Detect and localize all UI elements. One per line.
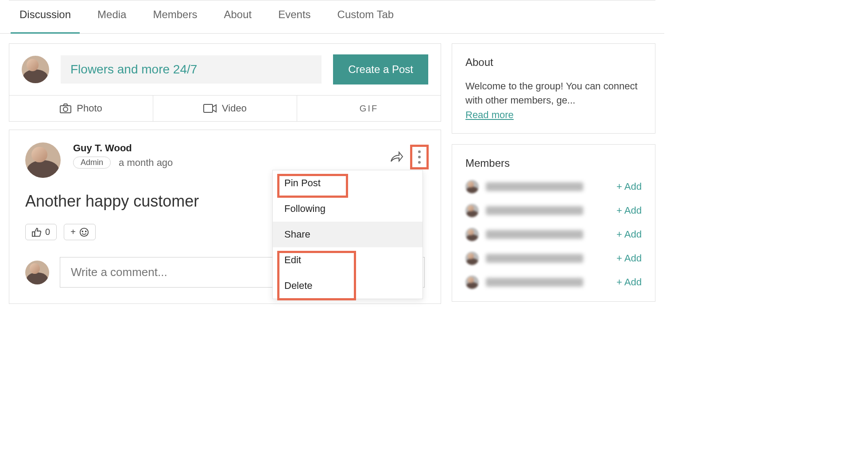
post-author-name[interactable]: Guy T. Wood [73, 142, 173, 154]
camera-icon [60, 104, 71, 113]
menu-following[interactable]: Following [273, 196, 422, 222]
current-user-avatar[interactable] [22, 56, 49, 83]
admin-badge: Admin [73, 157, 111, 169]
like-button[interactable]: 0 [25, 224, 57, 240]
post-timestamp: a month ago [119, 157, 173, 169]
member-row: + Add [465, 228, 642, 241]
tab-media[interactable]: Media [97, 8, 126, 27]
svg-rect-2 [204, 104, 213, 112]
member-avatar[interactable] [465, 204, 479, 217]
member-avatar[interactable] [465, 252, 479, 265]
tab-events[interactable]: Events [278, 8, 310, 27]
add-reaction-button[interactable]: + [64, 224, 96, 240]
gif-icon: GIF [360, 104, 378, 114]
post-author-avatar[interactable] [25, 142, 61, 178]
thumbs-up-icon [32, 227, 42, 237]
member-name-blurred [486, 182, 583, 191]
svg-point-6 [85, 231, 86, 232]
tabs-bar: Discussion Media Members About Events Cu… [0, 1, 664, 34]
create-post-button[interactable]: Create a Post [333, 54, 428, 84]
video-icon [203, 104, 217, 113]
tab-custom[interactable]: Custom Tab [337, 8, 394, 27]
compose-input[interactable] [61, 55, 322, 84]
member-avatar[interactable] [465, 180, 479, 193]
svg-point-4 [80, 228, 88, 236]
read-more-link[interactable]: Read more [465, 109, 514, 121]
menu-pin-post[interactable]: Pin Post [273, 170, 422, 196]
member-name-blurred [486, 278, 583, 287]
member-avatar[interactable] [465, 276, 479, 289]
about-text: Welcome to the group! You can connect wi… [465, 79, 642, 107]
members-card: Members + Add + Add + Add + Add + Add [452, 144, 655, 302]
member-row: + Add [465, 252, 642, 265]
plus-icon: + [70, 227, 76, 237]
add-member-link[interactable]: + Add [616, 229, 642, 240]
add-member-link[interactable]: + Add [616, 205, 642, 216]
like-count: 0 [45, 227, 50, 237]
about-title: About [465, 56, 642, 69]
members-title: Members [465, 157, 642, 169]
compose-photo-label: Photo [77, 103, 102, 114]
tab-about[interactable]: About [224, 8, 252, 27]
svg-point-1 [63, 107, 68, 111]
menu-edit[interactable]: Edit [273, 247, 422, 273]
add-member-link[interactable]: + Add [616, 253, 642, 264]
compose-video-label: Video [222, 103, 247, 114]
post-card: Guy T. Wood Admin a month ago [9, 130, 441, 304]
compose-card: Create a Post Photo [9, 43, 441, 122]
compose-option-video[interactable]: Video [153, 96, 297, 121]
add-member-link[interactable]: + Add [616, 181, 642, 192]
share-icon[interactable] [389, 150, 403, 164]
member-name-blurred [486, 206, 583, 215]
menu-delete[interactable]: Delete [273, 273, 422, 299]
member-row: + Add [465, 180, 642, 193]
compose-option-photo[interactable]: Photo [9, 96, 153, 121]
member-name-blurred [486, 230, 583, 239]
comment-avatar[interactable] [25, 261, 49, 284]
member-row: + Add [465, 276, 642, 289]
svg-point-5 [82, 231, 83, 232]
smiley-icon [79, 227, 89, 237]
post-options-dropdown: Pin Post Following Share Edit Delete [272, 170, 423, 299]
add-member-link[interactable]: + Add [616, 276, 642, 288]
tab-discussion[interactable]: Discussion [19, 8, 71, 27]
compose-option-gif[interactable]: GIF [297, 96, 441, 121]
more-options-button[interactable] [411, 146, 427, 168]
member-name-blurred [486, 254, 583, 263]
member-avatar[interactable] [465, 228, 479, 241]
svg-rect-3 [32, 232, 35, 236]
member-row: + Add [465, 204, 642, 217]
about-card: About Welcome to the group! You can conn… [452, 43, 655, 134]
menu-share[interactable]: Share [273, 222, 422, 247]
tab-members[interactable]: Members [153, 8, 197, 27]
